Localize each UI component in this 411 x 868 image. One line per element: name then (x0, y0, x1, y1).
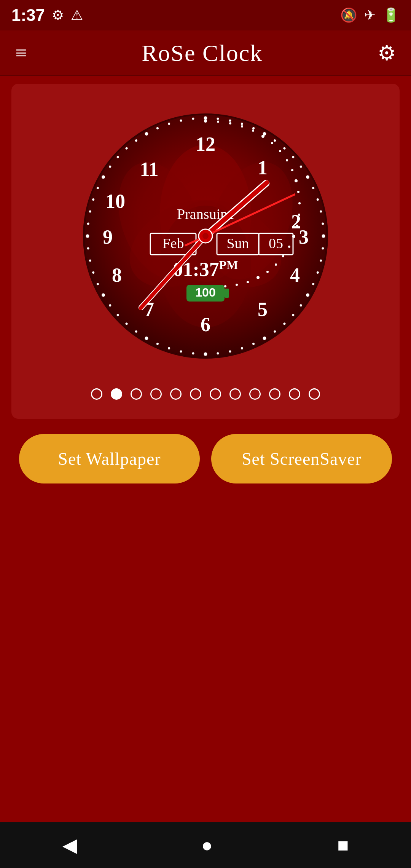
svg-text:8: 8 (112, 264, 122, 286)
svg-point-12 (252, 129, 254, 132)
page-dot-11[interactable] (309, 388, 320, 400)
set-screensaver-button[interactable]: Set ScreenSaver (211, 434, 392, 483)
page-dot-4[interactable] (170, 388, 182, 400)
settings-icon[interactable]: ⚙ (378, 41, 396, 65)
svg-point-30 (236, 284, 238, 286)
svg-text:10: 10 (105, 190, 125, 212)
svg-text:100: 100 (195, 286, 215, 299)
status-right: 🔕 ✈ 🔋 (340, 7, 400, 23)
svg-point-49 (322, 235, 325, 238)
svg-point-14 (271, 142, 273, 144)
airplane-icon: ✈ (364, 7, 376, 23)
page-dot-6[interactable] (210, 388, 221, 400)
back-button[interactable]: ◀ (62, 834, 77, 856)
svg-point-17 (291, 169, 293, 171)
svg-point-64 (204, 353, 207, 356)
svg-text:3: 3 (299, 226, 309, 248)
page-dot-3[interactable] (150, 388, 162, 400)
svg-point-20 (298, 202, 301, 204)
svg-rect-115 (225, 289, 229, 298)
clock-svg: 12 1 2 3 4 5 6 7 8 9 10 11 Pransuinc Feb (76, 107, 335, 365)
status-left: 1:37 ⚙ ⚠ (11, 6, 83, 25)
svg-point-25 (282, 255, 284, 257)
status-time: 1:37 (11, 6, 45, 25)
svg-text:12: 12 (196, 133, 215, 155)
svg-point-27 (266, 271, 269, 273)
warning-status-icon: ⚠ (71, 7, 83, 23)
svg-point-8 (204, 120, 207, 123)
page-dot-2[interactable] (131, 388, 142, 400)
app-title: RoSe Clock (142, 40, 263, 67)
bottom-navigation: ◀ ● ■ (0, 822, 411, 868)
svg-point-124 (202, 233, 209, 239)
svg-point-11 (241, 125, 243, 128)
home-button[interactable]: ● (201, 834, 213, 856)
page-dot-1[interactable] (111, 388, 122, 400)
pagination-dots (91, 388, 320, 400)
svg-text:05: 05 (269, 235, 283, 251)
battery-icon: 🔋 (382, 7, 400, 23)
svg-point-19 (297, 191, 299, 193)
svg-point-28 (256, 276, 260, 279)
main-content: 12 1 2 3 4 5 6 7 8 9 10 11 Pransuinc Feb (0, 76, 411, 495)
svg-point-79 (86, 235, 89, 238)
svg-text:9: 9 (103, 226, 113, 248)
recent-apps-button[interactable]: ■ (337, 834, 349, 856)
set-wallpaper-button[interactable]: Set Wallpaper (19, 434, 200, 483)
page-dot-5[interactable] (190, 388, 201, 400)
page-dot-8[interactable] (249, 388, 261, 400)
svg-point-31 (224, 285, 226, 287)
svg-point-15 (279, 150, 281, 152)
svg-text:5: 5 (258, 298, 268, 320)
svg-point-34 (204, 116, 207, 120)
svg-point-24 (288, 246, 290, 248)
svg-point-18 (295, 179, 298, 182)
svg-text:Sun: Sun (226, 235, 249, 251)
svg-point-9 (217, 121, 219, 123)
action-buttons: Set Wallpaper Set ScreenSaver (11, 419, 400, 483)
svg-text:1: 1 (258, 157, 268, 179)
gear-status-icon: ⚙ (52, 7, 64, 23)
svg-text:11: 11 (140, 158, 158, 180)
svg-point-10 (229, 122, 231, 124)
svg-text:6: 6 (201, 314, 210, 335)
hamburger-menu-icon[interactable]: ≡ (15, 43, 27, 63)
app-bar: ≡ RoSe Clock ⚙ (0, 30, 411, 76)
status-bar: 1:37 ⚙ ⚠ 🔕 ✈ 🔋 (0, 0, 411, 30)
svg-text:4: 4 (290, 264, 300, 286)
page-dot-7[interactable] (229, 388, 241, 400)
page-dot-9[interactable] (269, 388, 280, 400)
svg-text:Feb: Feb (162, 235, 184, 251)
page-dot-10[interactable] (289, 388, 300, 400)
svg-point-16 (286, 159, 288, 161)
mute-icon: 🔕 (340, 7, 357, 23)
clock-card: 12 1 2 3 4 5 6 7 8 9 10 11 Pransuinc Feb (11, 84, 400, 419)
svg-point-29 (247, 281, 249, 283)
svg-point-26 (275, 263, 277, 266)
page-dot-0[interactable] (91, 388, 102, 400)
clock-container: 12 1 2 3 4 5 6 7 8 9 10 11 Pransuinc Feb (76, 107, 335, 365)
